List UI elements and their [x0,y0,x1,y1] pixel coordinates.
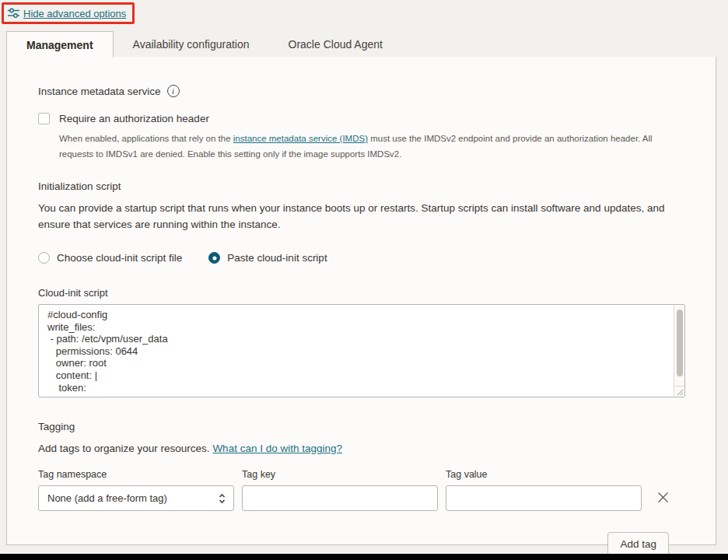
scrollbar-thumb[interactable] [677,310,683,376]
tagging-description: Add tags to organize your resources. Wha… [38,443,684,454]
radio-unselected-icon [38,252,50,264]
tag-key-label: Tag key [242,469,438,480]
initialization-script-description: You can provide a startup script that ru… [38,201,684,233]
tagging-title: Tagging [38,421,684,432]
hide-advanced-options-label: Hide advanced options [23,8,126,19]
radio-choose-cloud-init-file[interactable]: Choose cloud-init script file [38,252,182,264]
tab-oracle-cloud-agent[interactable]: Oracle Cloud Agent [269,31,402,58]
sliders-icon [7,7,20,19]
instance-metadata-service-header: Instance metadata service i [38,85,684,97]
remove-tag-button[interactable] [654,488,671,506]
tab-strip: Management Availability configuration Or… [6,31,716,58]
select-chevrons-icon [218,493,226,504]
resize-handle-icon[interactable] [674,386,684,397]
advanced-options-highlight: Hide advanced options [2,2,135,24]
tagging-help-link[interactable]: What can I do with tagging? [212,443,342,454]
hide-advanced-options-link[interactable]: Hide advanced options [7,7,126,19]
cloud-init-script-textarea[interactable]: #cloud-config write_files: - path: /etc/… [38,304,685,397]
tab-availability-configuration[interactable]: Availability configuration [114,31,269,58]
cloud-init-script-label: Cloud-init script [38,287,684,299]
management-tab-panel: Instance metadata service i Require an a… [6,57,716,545]
tag-namespace-selected-value: None (add a free-form tag) [47,492,167,504]
tag-value-label: Tag value [446,469,642,480]
cloud-init-script-content[interactable]: #cloud-config write_files: - path: /etc/… [39,305,684,397]
window-bottom-edge [0,554,728,560]
tag-namespace-select[interactable]: None (add a free-form tag) [38,485,234,511]
tag-value-input[interactable] [446,485,642,511]
instance-metadata-service-title: Instance metadata service [38,86,161,97]
radio-selected-icon [208,252,220,264]
radio-paste-cloud-init[interactable]: Paste cloud-init script [208,252,327,264]
info-icon[interactable]: i [167,85,180,97]
require-authorization-header-checkbox[interactable] [38,113,50,124]
textarea-scrollbar[interactable] [674,305,684,386]
tab-management[interactable]: Management [6,31,114,58]
close-icon [656,491,670,504]
imds-link[interactable]: instance metadata service (IMDS) [233,134,368,143]
imds-description: When enabled, applications that rely on … [59,131,684,162]
require-authorization-header-label: Require an authorization header [59,113,209,124]
tag-namespace-label: Tag namespace [38,469,234,480]
add-tag-button[interactable]: Add tag [607,532,669,556]
tag-key-input[interactable] [242,485,438,511]
initialization-script-title: Initialization script [38,180,684,192]
